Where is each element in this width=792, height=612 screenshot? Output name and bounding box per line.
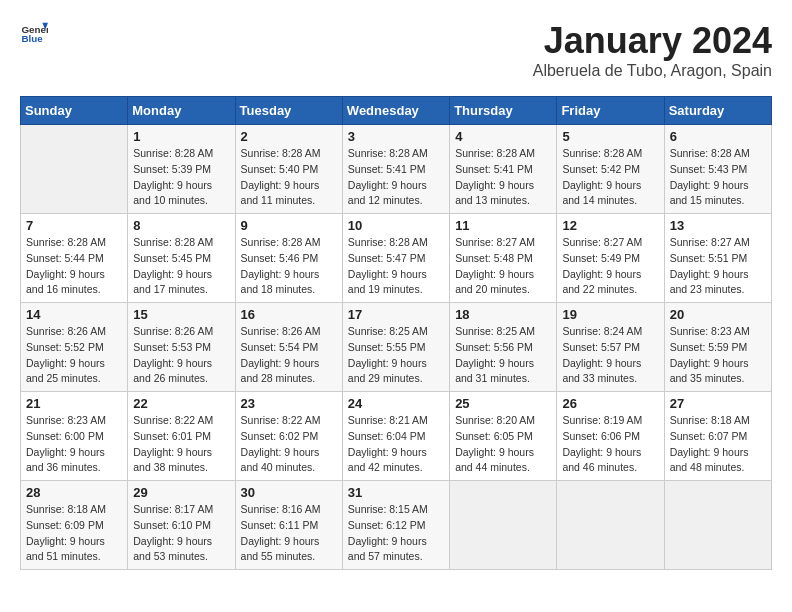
day-info: Sunrise: 8:19 AMSunset: 6:06 PMDaylight:… [562, 413, 658, 476]
day-info: Sunrise: 8:16 AMSunset: 6:11 PMDaylight:… [241, 502, 337, 565]
col-thursday: Thursday [450, 97, 557, 125]
table-row: 8 Sunrise: 8:28 AMSunset: 5:45 PMDayligh… [128, 214, 235, 303]
col-friday: Friday [557, 97, 664, 125]
table-row: 3 Sunrise: 8:28 AMSunset: 5:41 PMDayligh… [342, 125, 449, 214]
day-number: 13 [670, 218, 766, 233]
day-info: Sunrise: 8:28 AMSunset: 5:44 PMDaylight:… [26, 235, 122, 298]
table-row: 11 Sunrise: 8:27 AMSunset: 5:48 PMDaylig… [450, 214, 557, 303]
table-row: 15 Sunrise: 8:26 AMSunset: 5:53 PMDaylig… [128, 303, 235, 392]
day-number: 4 [455, 129, 551, 144]
day-number: 3 [348, 129, 444, 144]
col-wednesday: Wednesday [342, 97, 449, 125]
day-number: 1 [133, 129, 229, 144]
day-number: 8 [133, 218, 229, 233]
table-row: 17 Sunrise: 8:25 AMSunset: 5:55 PMDaylig… [342, 303, 449, 392]
table-row: 31 Sunrise: 8:15 AMSunset: 6:12 PMDaylig… [342, 481, 449, 570]
table-row [557, 481, 664, 570]
day-info: Sunrise: 8:22 AMSunset: 6:02 PMDaylight:… [241, 413, 337, 476]
table-row: 23 Sunrise: 8:22 AMSunset: 6:02 PMDaylig… [235, 392, 342, 481]
day-number: 20 [670, 307, 766, 322]
logo: General Blue [20, 20, 48, 48]
day-info: Sunrise: 8:27 AMSunset: 5:51 PMDaylight:… [670, 235, 766, 298]
day-info: Sunrise: 8:28 AMSunset: 5:41 PMDaylight:… [455, 146, 551, 209]
table-row: 16 Sunrise: 8:26 AMSunset: 5:54 PMDaylig… [235, 303, 342, 392]
day-info: Sunrise: 8:28 AMSunset: 5:41 PMDaylight:… [348, 146, 444, 209]
day-number: 28 [26, 485, 122, 500]
day-info: Sunrise: 8:17 AMSunset: 6:10 PMDaylight:… [133, 502, 229, 565]
table-row: 25 Sunrise: 8:20 AMSunset: 6:05 PMDaylig… [450, 392, 557, 481]
table-row: 5 Sunrise: 8:28 AMSunset: 5:42 PMDayligh… [557, 125, 664, 214]
table-row: 21 Sunrise: 8:23 AMSunset: 6:00 PMDaylig… [21, 392, 128, 481]
table-row [21, 125, 128, 214]
table-row: 18 Sunrise: 8:25 AMSunset: 5:56 PMDaylig… [450, 303, 557, 392]
day-number: 29 [133, 485, 229, 500]
day-number: 22 [133, 396, 229, 411]
calendar-week-row: 21 Sunrise: 8:23 AMSunset: 6:00 PMDaylig… [21, 392, 772, 481]
day-number: 18 [455, 307, 551, 322]
table-row: 24 Sunrise: 8:21 AMSunset: 6:04 PMDaylig… [342, 392, 449, 481]
day-info: Sunrise: 8:18 AMSunset: 6:09 PMDaylight:… [26, 502, 122, 565]
calendar-header-row: Sunday Monday Tuesday Wednesday Thursday… [21, 97, 772, 125]
logo-icon: General Blue [20, 20, 48, 48]
table-row: 2 Sunrise: 8:28 AMSunset: 5:40 PMDayligh… [235, 125, 342, 214]
day-info: Sunrise: 8:20 AMSunset: 6:05 PMDaylight:… [455, 413, 551, 476]
day-info: Sunrise: 8:21 AMSunset: 6:04 PMDaylight:… [348, 413, 444, 476]
calendar-week-row: 7 Sunrise: 8:28 AMSunset: 5:44 PMDayligh… [21, 214, 772, 303]
table-row: 29 Sunrise: 8:17 AMSunset: 6:10 PMDaylig… [128, 481, 235, 570]
day-number: 25 [455, 396, 551, 411]
day-number: 26 [562, 396, 658, 411]
table-row: 13 Sunrise: 8:27 AMSunset: 5:51 PMDaylig… [664, 214, 771, 303]
day-number: 23 [241, 396, 337, 411]
table-row: 28 Sunrise: 8:18 AMSunset: 6:09 PMDaylig… [21, 481, 128, 570]
day-info: Sunrise: 8:26 AMSunset: 5:52 PMDaylight:… [26, 324, 122, 387]
day-info: Sunrise: 8:25 AMSunset: 5:56 PMDaylight:… [455, 324, 551, 387]
day-info: Sunrise: 8:23 AMSunset: 6:00 PMDaylight:… [26, 413, 122, 476]
table-row: 27 Sunrise: 8:18 AMSunset: 6:07 PMDaylig… [664, 392, 771, 481]
day-number: 24 [348, 396, 444, 411]
page-header: General Blue January 2024 Alberuela de T… [20, 20, 772, 80]
day-info: Sunrise: 8:24 AMSunset: 5:57 PMDaylight:… [562, 324, 658, 387]
day-number: 27 [670, 396, 766, 411]
day-info: Sunrise: 8:22 AMSunset: 6:01 PMDaylight:… [133, 413, 229, 476]
svg-text:Blue: Blue [21, 33, 43, 44]
table-row: 6 Sunrise: 8:28 AMSunset: 5:43 PMDayligh… [664, 125, 771, 214]
calendar-week-row: 28 Sunrise: 8:18 AMSunset: 6:09 PMDaylig… [21, 481, 772, 570]
day-number: 12 [562, 218, 658, 233]
day-number: 7 [26, 218, 122, 233]
day-info: Sunrise: 8:28 AMSunset: 5:42 PMDaylight:… [562, 146, 658, 209]
col-sunday: Sunday [21, 97, 128, 125]
calendar-week-row: 1 Sunrise: 8:28 AMSunset: 5:39 PMDayligh… [21, 125, 772, 214]
day-info: Sunrise: 8:28 AMSunset: 5:39 PMDaylight:… [133, 146, 229, 209]
day-info: Sunrise: 8:18 AMSunset: 6:07 PMDaylight:… [670, 413, 766, 476]
day-number: 21 [26, 396, 122, 411]
table-row: 4 Sunrise: 8:28 AMSunset: 5:41 PMDayligh… [450, 125, 557, 214]
table-row: 7 Sunrise: 8:28 AMSunset: 5:44 PMDayligh… [21, 214, 128, 303]
table-row [450, 481, 557, 570]
day-info: Sunrise: 8:25 AMSunset: 5:55 PMDaylight:… [348, 324, 444, 387]
day-number: 16 [241, 307, 337, 322]
col-saturday: Saturday [664, 97, 771, 125]
day-info: Sunrise: 8:27 AMSunset: 5:48 PMDaylight:… [455, 235, 551, 298]
day-number: 30 [241, 485, 337, 500]
day-info: Sunrise: 8:26 AMSunset: 5:53 PMDaylight:… [133, 324, 229, 387]
day-number: 5 [562, 129, 658, 144]
table-row: 19 Sunrise: 8:24 AMSunset: 5:57 PMDaylig… [557, 303, 664, 392]
calendar-week-row: 14 Sunrise: 8:26 AMSunset: 5:52 PMDaylig… [21, 303, 772, 392]
day-info: Sunrise: 8:26 AMSunset: 5:54 PMDaylight:… [241, 324, 337, 387]
day-number: 31 [348, 485, 444, 500]
day-info: Sunrise: 8:28 AMSunset: 5:47 PMDaylight:… [348, 235, 444, 298]
day-info: Sunrise: 8:27 AMSunset: 5:49 PMDaylight:… [562, 235, 658, 298]
day-number: 19 [562, 307, 658, 322]
table-row [664, 481, 771, 570]
calendar-subtitle: Alberuela de Tubo, Aragon, Spain [533, 62, 772, 80]
day-number: 14 [26, 307, 122, 322]
day-info: Sunrise: 8:28 AMSunset: 5:40 PMDaylight:… [241, 146, 337, 209]
table-row: 26 Sunrise: 8:19 AMSunset: 6:06 PMDaylig… [557, 392, 664, 481]
day-info: Sunrise: 8:28 AMSunset: 5:46 PMDaylight:… [241, 235, 337, 298]
table-row: 22 Sunrise: 8:22 AMSunset: 6:01 PMDaylig… [128, 392, 235, 481]
day-number: 15 [133, 307, 229, 322]
table-row: 20 Sunrise: 8:23 AMSunset: 5:59 PMDaylig… [664, 303, 771, 392]
table-row: 9 Sunrise: 8:28 AMSunset: 5:46 PMDayligh… [235, 214, 342, 303]
title-block: January 2024 Alberuela de Tubo, Aragon, … [533, 20, 772, 80]
table-row: 30 Sunrise: 8:16 AMSunset: 6:11 PMDaylig… [235, 481, 342, 570]
